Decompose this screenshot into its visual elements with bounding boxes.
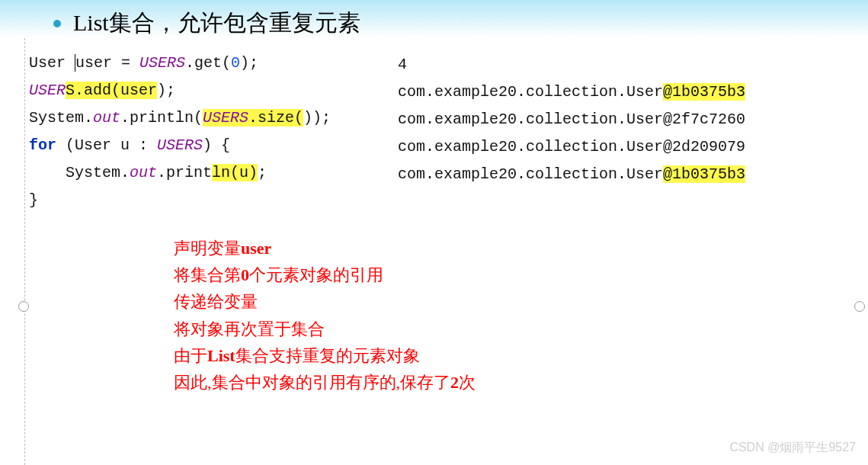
explain-line-5: 由于List集合支持重复的元素对象 — [174, 342, 476, 369]
code-token-highlight: ln(u) — [212, 164, 258, 181]
code-block: User user = USERS.get(0); USERS.add(user… — [24, 50, 375, 214]
slide: List集合，允许包含重复元素 User user = USERS.get(0)… — [0, 0, 868, 465]
explanation-block: 声明变量user 将集合第0个元素对象的引用 传递给变量 将对象再次置于集合 由… — [174, 235, 476, 396]
code-line-4: for (User u : USERS) { — [29, 132, 375, 159]
text-frame-border — [24, 38, 25, 465]
output-text: com.example20.collection.User — [398, 165, 663, 183]
code-token-keyword: for — [29, 136, 56, 154]
code-token: .get( — [185, 54, 231, 72]
bullet-dot-icon — [53, 20, 61, 27]
selection-handle-right[interactable] — [854, 301, 865, 312]
code-token: System. — [29, 109, 93, 127]
output-line-2: com.example20.collection.User@1b0375b3 — [398, 79, 745, 106]
code-token-highlight: .size( — [248, 109, 303, 127]
bullet-text: List集合，允许包含重复元素 — [73, 8, 360, 39]
explain-line-4: 将对象再次置于集合 — [174, 316, 476, 342]
code-token: )); — [303, 109, 331, 127]
output-line-1: 4 — [398, 51, 745, 79]
content-row: User user = USERS.get(0); USERS.add(user… — [24, 50, 868, 214]
code-token: u — [75, 54, 85, 72]
explain-text-bold: 0 — [241, 265, 249, 284]
output-block: 4 com.example20.collection.User@1b0375b3… — [398, 50, 745, 214]
code-token-static: USERS — [157, 136, 203, 154]
code-token: ); — [157, 82, 175, 99]
selection-handle-left[interactable] — [18, 301, 29, 312]
explain-line-2: 将集合第0个元素对象的引用 — [174, 261, 476, 288]
output-text-highlight: @1b0375b3 — [663, 165, 745, 183]
code-token-highlight: S.add(user — [66, 82, 157, 99]
code-token-static: USER — [29, 82, 66, 99]
explain-text-bold: List — [207, 346, 235, 365]
explain-text: 个元素对象的引用 — [249, 265, 383, 284]
code-token: .print — [157, 164, 212, 181]
code-token: ser = — [85, 54, 139, 72]
watermark: CSDN @烟雨平生9527 — [729, 440, 856, 456]
code-token: ); — [240, 54, 258, 72]
code-token-static: USERS — [139, 54, 185, 72]
output-line-5: com.example20.collection.User@1b0375b3 — [398, 161, 745, 188]
code-line-5: System.out.println(u); — [29, 159, 375, 187]
explain-line-3: 传递给变量 — [174, 288, 476, 315]
explain-text: 集合支持重复的元素对象 — [235, 346, 420, 365]
code-token: ) { — [203, 136, 230, 154]
output-text: com.example20.collection.User — [398, 83, 663, 101]
output-line-3: com.example20.collection.User@2f7c7260 — [398, 106, 745, 133]
explain-text: 由于 — [174, 346, 207, 365]
code-token: .println( — [120, 109, 203, 127]
code-line-2: USERS.add(user); — [29, 77, 375, 104]
explain-line-1: 声明变量user — [174, 235, 476, 261]
bullet-item: List集合，允许包含重复元素 — [53, 8, 868, 39]
code-token-static: out — [130, 164, 157, 181]
explain-text: 因此,集合中对象的引用有序的,保存了 — [174, 373, 450, 392]
code-token: } — [29, 191, 38, 209]
output-line-4: com.example20.collection.User@2d209079 — [398, 133, 745, 161]
explain-text: 声明变量 — [174, 239, 241, 258]
explain-text-bold: 2 — [450, 373, 459, 392]
code-token-static: out — [93, 109, 120, 127]
code-token: User — [29, 54, 75, 72]
explain-text-bold: user — [241, 239, 271, 258]
code-line-6: } — [29, 187, 375, 214]
code-token-static-highlight: USERS — [203, 109, 248, 127]
code-line-3: System.out.println(USERS.size()); — [29, 104, 375, 132]
code-token: (User u : — [56, 136, 157, 154]
code-token: System. — [29, 164, 130, 181]
output-text-highlight: @1b0375b3 — [663, 83, 745, 101]
explain-text: 将集合第 — [174, 265, 241, 284]
code-token: ; — [258, 164, 267, 181]
code-token-number: 0 — [231, 54, 240, 72]
explain-line-6: 因此,集合中对象的引用有序的,保存了2次 — [174, 369, 476, 396]
explain-text: 次 — [459, 373, 476, 392]
code-line-1: User user = USERS.get(0); — [29, 50, 375, 77]
